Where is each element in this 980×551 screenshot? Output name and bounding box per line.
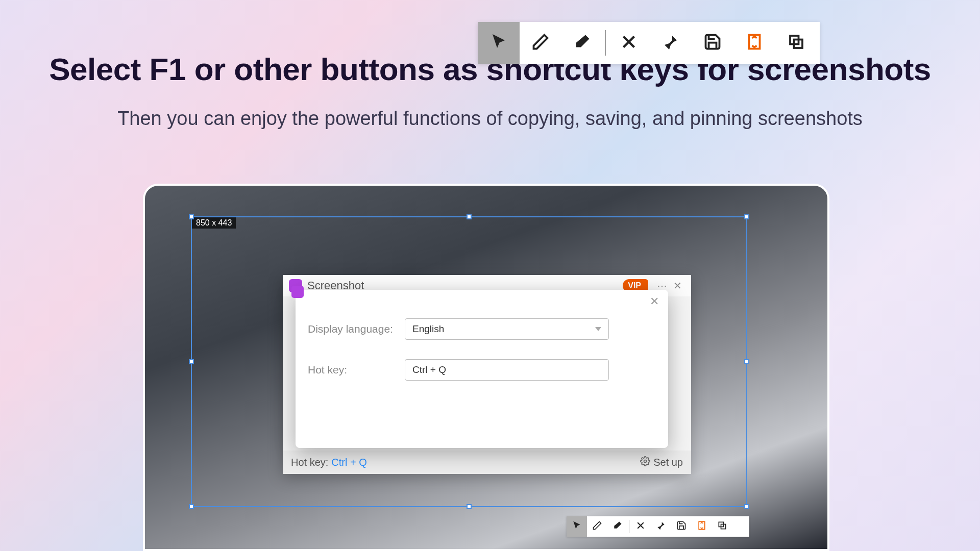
cancel-button[interactable] [630,516,651,537]
eraser-icon [573,33,592,53]
long-screenshot-icon [697,520,707,533]
language-label: Display language: [308,323,405,335]
hotkey-label: Hot key: [308,364,405,376]
copy-icon [787,33,805,53]
screenshot-toolbar-small [567,516,749,537]
eraser-tool-button[interactable] [561,22,603,64]
screenshot-toolbar-large [478,22,820,64]
svg-point-0 [644,460,647,462]
close-icon [620,33,638,53]
eraser-tool-button[interactable] [607,516,628,537]
long-screenshot-button[interactable] [692,516,712,537]
toolbar-divider [629,520,629,533]
resize-handle-mr[interactable] [744,359,749,364]
setup-label: Set up [653,457,683,468]
save-button[interactable] [671,516,692,537]
resize-handle-br[interactable] [744,504,749,509]
pin-icon [662,33,680,53]
resize-handle-tl[interactable] [189,214,194,219]
hotkey-value: Ctrl + Q [412,364,446,375]
gear-icon [640,456,650,469]
long-screenshot-icon [745,33,764,53]
pin-button[interactable] [651,516,671,537]
pencil-icon [592,520,602,533]
cancel-button[interactable] [608,22,650,64]
cursor-icon [489,33,508,53]
settings-dialog: ✕ Display language: English Hot key: Ctr… [296,290,668,448]
app-screenshot-frame: 850 x 443 Screenshot VIP ⋯ ✕ Hot key: Ct… [143,184,829,551]
dialog-app-icon [291,286,304,298]
selection-dimensions-label: 850 x 443 [192,217,236,229]
cursor-tool-button[interactable] [478,22,520,64]
close-icon [635,520,646,533]
footer-hotkey-value: Ctrl + Q [331,457,366,468]
resize-handle-ml[interactable] [189,359,194,364]
resize-handle-tr[interactable] [744,214,749,219]
save-icon [676,520,687,533]
pencil-tool-button[interactable] [587,516,607,537]
pin-icon [656,520,666,533]
language-select[interactable]: English [405,318,609,340]
dialog-close-button[interactable]: ✕ [648,295,661,308]
save-icon [703,33,722,53]
resize-handle-bl[interactable] [189,504,194,509]
page-subtitle: Then you can enjoy the powerful function… [0,108,980,130]
close-button[interactable]: ✕ [670,278,685,293]
copy-icon [717,520,727,533]
footer-hotkey-label: Hot key: [291,457,328,468]
window-footer: Hot key: Ctrl + Q Set up [283,450,691,474]
copy-button[interactable] [712,516,732,537]
resize-handle-tm[interactable] [467,214,472,219]
save-button[interactable] [692,22,733,64]
language-value: English [412,323,444,335]
resize-handle-bm[interactable] [467,504,472,509]
cursor-icon [572,520,582,533]
toolbar-divider [605,30,606,56]
cursor-tool-button[interactable] [567,516,587,537]
setup-button[interactable]: Set up [640,456,683,469]
pin-button[interactable] [650,22,692,64]
hotkey-input[interactable]: Ctrl + Q [405,359,609,381]
copy-button[interactable] [775,22,817,64]
eraser-icon [612,520,623,533]
pencil-icon [531,33,550,53]
pencil-tool-button[interactable] [520,22,561,64]
long-screenshot-button[interactable] [733,22,775,64]
